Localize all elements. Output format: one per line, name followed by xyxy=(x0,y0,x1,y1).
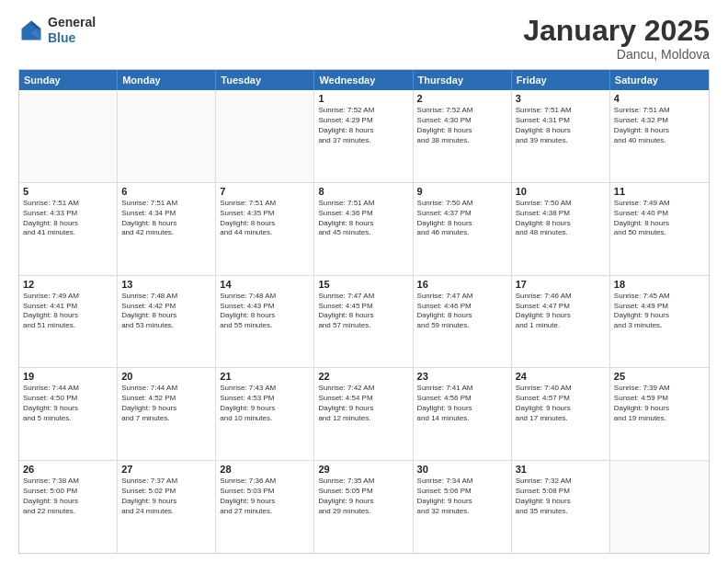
weekday-header: Wednesday xyxy=(314,70,413,90)
cell-info: Sunrise: 7:44 AM Sunset: 4:50 PM Dayligh… xyxy=(23,384,113,423)
day-number: 19 xyxy=(23,371,113,382)
day-number: 11 xyxy=(614,186,705,197)
cell-info: Sunrise: 7:51 AM Sunset: 4:32 PM Dayligh… xyxy=(614,106,705,145)
calendar-cell: 23Sunrise: 7:41 AM Sunset: 4:56 PM Dayli… xyxy=(414,368,512,460)
day-number: 14 xyxy=(220,279,310,290)
logo-general: General xyxy=(48,15,96,29)
day-number: 23 xyxy=(417,371,507,382)
cell-info: Sunrise: 7:51 AM Sunset: 4:34 PM Dayligh… xyxy=(121,199,211,238)
day-number: 24 xyxy=(516,371,606,382)
calendar-cell xyxy=(19,90,118,182)
day-number: 2 xyxy=(417,93,507,104)
logo-icon xyxy=(18,17,44,43)
calendar-cell: 20Sunrise: 7:44 AM Sunset: 4:52 PM Dayli… xyxy=(118,368,216,460)
cell-info: Sunrise: 7:39 AM Sunset: 4:59 PM Dayligh… xyxy=(614,384,705,423)
cell-info: Sunrise: 7:48 AM Sunset: 4:43 PM Dayligh… xyxy=(220,292,310,331)
calendar-cell: 9Sunrise: 7:50 AM Sunset: 4:37 PM Daylig… xyxy=(414,183,512,275)
cell-info: Sunrise: 7:47 AM Sunset: 4:45 PM Dayligh… xyxy=(318,292,408,331)
day-number: 6 xyxy=(121,186,211,197)
weekday-header: Saturday xyxy=(610,70,709,90)
cell-info: Sunrise: 7:45 AM Sunset: 4:49 PM Dayligh… xyxy=(614,292,705,331)
cell-info: Sunrise: 7:49 AM Sunset: 4:41 PM Dayligh… xyxy=(23,292,113,331)
calendar-cell: 8Sunrise: 7:51 AM Sunset: 4:36 PM Daylig… xyxy=(314,183,413,275)
calendar-body: 1Sunrise: 7:52 AM Sunset: 4:29 PM Daylig… xyxy=(19,90,709,553)
cell-info: Sunrise: 7:52 AM Sunset: 4:30 PM Dayligh… xyxy=(417,106,507,145)
cell-info: Sunrise: 7:48 AM Sunset: 4:42 PM Dayligh… xyxy=(121,292,211,331)
calendar-cell: 2Sunrise: 7:52 AM Sunset: 4:30 PM Daylig… xyxy=(414,90,512,182)
day-number: 7 xyxy=(220,186,310,197)
day-number: 16 xyxy=(417,279,507,290)
calendar-cell: 29Sunrise: 7:35 AM Sunset: 5:05 PM Dayli… xyxy=(314,461,413,553)
cell-info: Sunrise: 7:46 AM Sunset: 4:47 PM Dayligh… xyxy=(516,292,606,331)
logo: General Blue xyxy=(18,15,96,46)
calendar-cell: 27Sunrise: 7:37 AM Sunset: 5:02 PM Dayli… xyxy=(118,461,216,553)
weekday-header: Thursday xyxy=(414,70,512,90)
cell-info: Sunrise: 7:42 AM Sunset: 4:54 PM Dayligh… xyxy=(318,384,408,423)
header: General Blue January 2025 Dancu, Moldova xyxy=(18,15,710,62)
day-number: 18 xyxy=(614,279,705,290)
day-number: 31 xyxy=(516,464,606,475)
page: General Blue January 2025 Dancu, Moldova… xyxy=(0,0,728,563)
calendar-cell: 15Sunrise: 7:47 AM Sunset: 4:45 PM Dayli… xyxy=(314,276,413,368)
day-number: 4 xyxy=(614,93,705,104)
calendar-cell: 11Sunrise: 7:49 AM Sunset: 4:40 PM Dayli… xyxy=(610,183,709,275)
cell-info: Sunrise: 7:32 AM Sunset: 5:08 PM Dayligh… xyxy=(516,477,606,516)
calendar-row: 19Sunrise: 7:44 AM Sunset: 4:50 PM Dayli… xyxy=(19,367,709,460)
cell-info: Sunrise: 7:36 AM Sunset: 5:03 PM Dayligh… xyxy=(220,477,310,516)
day-number: 9 xyxy=(417,186,507,197)
weekday-header: Tuesday xyxy=(216,70,314,90)
calendar-cell xyxy=(610,461,709,553)
calendar-cell: 31Sunrise: 7:32 AM Sunset: 5:08 PM Dayli… xyxy=(512,461,610,553)
day-number: 22 xyxy=(318,371,408,382)
calendar-header: SundayMondayTuesdayWednesdayThursdayFrid… xyxy=(19,70,709,90)
logo-text: General Blue xyxy=(48,15,96,46)
calendar-row: 5Sunrise: 7:51 AM Sunset: 4:33 PM Daylig… xyxy=(19,182,709,275)
cell-info: Sunrise: 7:41 AM Sunset: 4:56 PM Dayligh… xyxy=(417,384,507,423)
calendar-cell: 10Sunrise: 7:50 AM Sunset: 4:38 PM Dayli… xyxy=(512,183,610,275)
cell-info: Sunrise: 7:50 AM Sunset: 4:38 PM Dayligh… xyxy=(516,199,606,238)
cell-info: Sunrise: 7:34 AM Sunset: 5:06 PM Dayligh… xyxy=(417,477,507,516)
logo-blue: Blue xyxy=(48,30,75,45)
calendar-cell: 7Sunrise: 7:51 AM Sunset: 4:35 PM Daylig… xyxy=(216,183,314,275)
day-number: 20 xyxy=(121,371,211,382)
calendar-cell: 25Sunrise: 7:39 AM Sunset: 4:59 PM Dayli… xyxy=(610,368,709,460)
calendar-row: 12Sunrise: 7:49 AM Sunset: 4:41 PM Dayli… xyxy=(19,275,709,368)
day-number: 8 xyxy=(318,186,408,197)
calendar-cell: 22Sunrise: 7:42 AM Sunset: 4:54 PM Dayli… xyxy=(314,368,413,460)
cell-info: Sunrise: 7:44 AM Sunset: 4:52 PM Dayligh… xyxy=(121,384,211,423)
day-number: 5 xyxy=(23,186,113,197)
calendar-cell: 30Sunrise: 7:34 AM Sunset: 5:06 PM Dayli… xyxy=(414,461,512,553)
calendar-cell: 16Sunrise: 7:47 AM Sunset: 4:46 PM Dayli… xyxy=(414,276,512,368)
calendar: SundayMondayTuesdayWednesdayThursdayFrid… xyxy=(18,69,710,554)
cell-info: Sunrise: 7:51 AM Sunset: 4:35 PM Dayligh… xyxy=(220,199,310,238)
calendar-row: 1Sunrise: 7:52 AM Sunset: 4:29 PM Daylig… xyxy=(19,90,709,182)
calendar-cell: 5Sunrise: 7:51 AM Sunset: 4:33 PM Daylig… xyxy=(19,183,118,275)
calendar-cell xyxy=(118,90,216,182)
cell-info: Sunrise: 7:52 AM Sunset: 4:29 PM Dayligh… xyxy=(318,106,408,145)
calendar-cell xyxy=(216,90,314,182)
cell-info: Sunrise: 7:37 AM Sunset: 5:02 PM Dayligh… xyxy=(121,477,211,516)
day-number: 30 xyxy=(417,464,507,475)
cell-info: Sunrise: 7:51 AM Sunset: 4:31 PM Dayligh… xyxy=(516,106,606,145)
cell-info: Sunrise: 7:47 AM Sunset: 4:46 PM Dayligh… xyxy=(417,292,507,331)
calendar-cell: 3Sunrise: 7:51 AM Sunset: 4:31 PM Daylig… xyxy=(512,90,610,182)
cell-info: Sunrise: 7:43 AM Sunset: 4:53 PM Dayligh… xyxy=(220,384,310,423)
calendar-cell: 21Sunrise: 7:43 AM Sunset: 4:53 PM Dayli… xyxy=(216,368,314,460)
weekday-header: Friday xyxy=(512,70,610,90)
cell-info: Sunrise: 7:51 AM Sunset: 4:36 PM Dayligh… xyxy=(318,199,408,238)
calendar-row: 26Sunrise: 7:38 AM Sunset: 5:00 PM Dayli… xyxy=(19,460,709,553)
calendar-cell: 19Sunrise: 7:44 AM Sunset: 4:50 PM Dayli… xyxy=(19,368,118,460)
weekday-header: Sunday xyxy=(19,70,118,90)
day-number: 3 xyxy=(516,93,606,104)
calendar-cell: 1Sunrise: 7:52 AM Sunset: 4:29 PM Daylig… xyxy=(314,90,413,182)
cell-info: Sunrise: 7:38 AM Sunset: 5:00 PM Dayligh… xyxy=(23,477,113,516)
calendar-cell: 26Sunrise: 7:38 AM Sunset: 5:00 PM Dayli… xyxy=(19,461,118,553)
day-number: 10 xyxy=(516,186,606,197)
cell-info: Sunrise: 7:50 AM Sunset: 4:37 PM Dayligh… xyxy=(417,199,507,238)
cell-info: Sunrise: 7:40 AM Sunset: 4:57 PM Dayligh… xyxy=(516,384,606,423)
day-number: 26 xyxy=(23,464,113,475)
day-number: 21 xyxy=(220,371,310,382)
calendar-cell: 24Sunrise: 7:40 AM Sunset: 4:57 PM Dayli… xyxy=(512,368,610,460)
cell-info: Sunrise: 7:49 AM Sunset: 4:40 PM Dayligh… xyxy=(614,199,705,238)
calendar-cell: 6Sunrise: 7:51 AM Sunset: 4:34 PM Daylig… xyxy=(118,183,216,275)
